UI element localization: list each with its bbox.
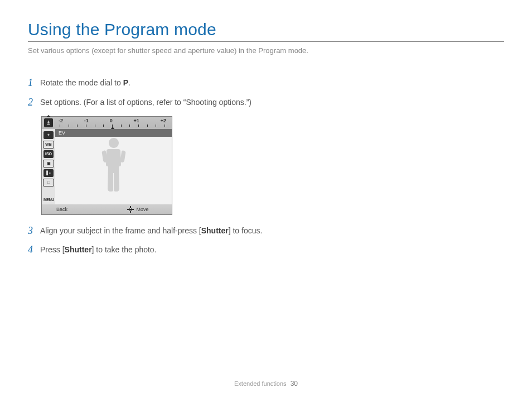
step-number: 1 — [28, 77, 40, 89]
step-4: 4 Press [Shutter] to take the photo. — [28, 244, 296, 256]
shutter-bold: Shutter — [201, 226, 229, 235]
ev-tick: -1 — [84, 118, 89, 123]
step-number: 4 — [28, 244, 40, 256]
footer-section: Extended functions — [234, 380, 287, 387]
text: . — [128, 78, 130, 87]
iso-icon: ISO — [43, 150, 54, 158]
text: Rotate the mode dial to — [40, 78, 123, 87]
page-number: 30 — [291, 380, 298, 387]
menu-icon: MENU — [43, 197, 54, 203]
back-text: Back — [56, 207, 67, 212]
shutter-bold: Shutter — [65, 245, 92, 254]
ev-icon: ± — [44, 118, 53, 127]
text: Align your subject in the frame and half… — [40, 226, 201, 235]
step-text: Set options. (For a list of options, ref… — [40, 97, 296, 108]
step-number: 2 — [28, 97, 40, 108]
text: ] to take the photo. — [92, 245, 157, 254]
ev-scale: -2 -1 0 +1 +2 — [55, 118, 170, 128]
step-text: Press [Shutter] to take the photo. — [40, 244, 296, 255]
lcd-back-label: Back — [42, 207, 104, 212]
step-3: 3 Align your subject in the frame and ha… — [28, 225, 296, 237]
text: Press [ — [40, 245, 65, 254]
text: ] to focus. — [229, 226, 263, 235]
lcd-figure: ± -2 -1 0 +1 +2 ± — [41, 116, 296, 215]
step-1: 1 Rotate the mode dial to P. — [28, 77, 296, 89]
lcd-preview — [55, 129, 172, 204]
lcd-ev-bar: ± -2 -1 0 +1 +2 — [42, 117, 172, 129]
lcd-side-icons: ± WB ISO ▣ ▌• □ MENU — [42, 129, 55, 204]
page-footer: Extended functions 30 — [0, 380, 532, 387]
ev-tick: +2 — [161, 118, 166, 123]
page-subtitle: Set various options (except for shutter … — [28, 46, 504, 55]
metering-icon: ▌• — [43, 169, 54, 177]
page-title: Using the Program mode — [28, 20, 504, 39]
step-text: Align your subject in the frame and half… — [40, 225, 296, 236]
lcd-body: ± WB ISO ▣ ▌• □ MENU EV — [42, 129, 172, 204]
dpad-icon — [127, 206, 134, 213]
ev-tick: -2 — [59, 118, 63, 123]
ev-tick: +1 — [134, 118, 139, 123]
person-silhouette-icon — [100, 137, 128, 199]
lcd-move-label: Move — [104, 206, 172, 213]
step-2: 2 Set options. (For a list of options, r… — [28, 97, 296, 108]
focus-area-icon: ▣ — [43, 160, 54, 168]
camera-lcd: ± -2 -1 0 +1 +2 ± — [41, 116, 172, 215]
title-rule — [28, 41, 504, 42]
step-number: 3 — [28, 225, 40, 237]
ev-adjust-icon: ± — [43, 131, 54, 139]
mode-letter: P — [123, 78, 128, 87]
white-balance-icon: WB — [43, 141, 54, 149]
ev-tick: 0 — [110, 118, 113, 123]
lcd-bottom-bar: Back Move — [42, 204, 172, 214]
step-text: Rotate the mode dial to P. — [40, 77, 296, 88]
steps-list: 1 Rotate the mode dial to P. 2 Set optio… — [28, 77, 296, 256]
manual-page: Using the Program mode Set various optio… — [0, 0, 532, 402]
drive-icon: □ — [43, 179, 54, 186]
move-text: Move — [136, 207, 148, 212]
